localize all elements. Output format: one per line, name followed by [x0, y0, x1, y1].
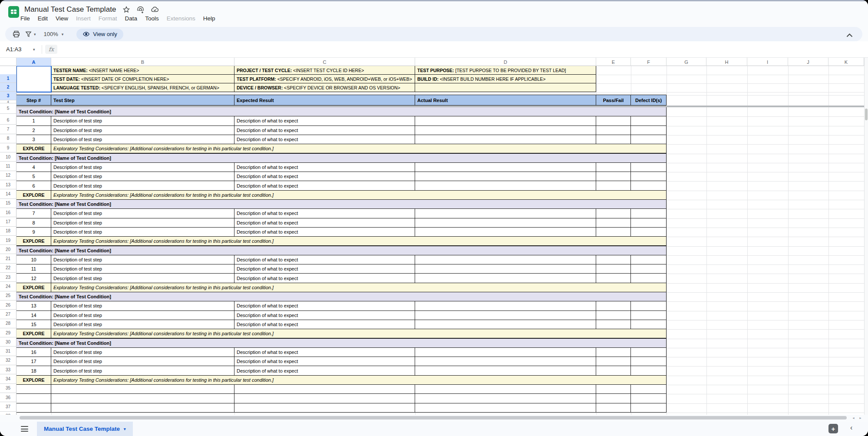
cell-E18[interactable]: [596, 218, 631, 228]
cell-C22[interactable]: Description of what to expect: [234, 255, 415, 264]
print-icon[interactable]: [12, 30, 20, 38]
row-header-8[interactable]: 8: [0, 134, 16, 143]
row-header-26[interactable]: 26: [0, 301, 16, 310]
column-header-F[interactable]: F: [631, 58, 667, 66]
cell-B17[interactable]: Description of test step: [51, 208, 234, 218]
row-header-21[interactable]: 21: [0, 254, 16, 264]
cell-F18[interactable]: [630, 218, 667, 228]
cell-D8[interactable]: [415, 126, 596, 135]
cell-A9[interactable]: 3: [16, 135, 51, 144]
row-header-24[interactable]: 24: [0, 282, 16, 291]
cell-A23[interactable]: 11: [16, 264, 51, 274]
cell-F22[interactable]: [630, 255, 667, 264]
cell-F33[interactable]: [630, 357, 667, 366]
cell-A13[interactable]: 5: [16, 172, 51, 181]
row-header-11[interactable]: 11: [0, 162, 16, 171]
cell-E9[interactable]: [596, 135, 631, 144]
cell-B18[interactable]: Description of test step: [51, 218, 234, 228]
zoom-dropdown-icon[interactable]: ▾: [62, 32, 64, 36]
cell-C23[interactable]: Description of what to expect: [234, 264, 415, 274]
condition-row-26[interactable]: Test Condition: [Name of Test Condition]: [16, 292, 667, 301]
cell-E28[interactable]: [596, 310, 631, 320]
column-header-cell-B5[interactable]: Test Step: [51, 95, 234, 106]
row-header-16[interactable]: 16: [0, 208, 16, 217]
cell-E32[interactable]: [596, 347, 631, 357]
row-header-32[interactable]: 32: [0, 356, 16, 365]
row-header-6[interactable]: 6: [0, 116, 16, 125]
cell-D36[interactable]: [415, 384, 596, 394]
cell-E17[interactable]: [596, 208, 631, 218]
cell-C19[interactable]: Description of what to expect: [234, 227, 415, 237]
explore-row-10[interactable]: Exploratory Testing Considerations: [Add…: [51, 144, 667, 153]
cell-E24[interactable]: [596, 273, 631, 283]
cell-B7[interactable]: Description of test step: [51, 116, 234, 126]
cell-A32[interactable]: 16: [16, 347, 51, 357]
cell-A22[interactable]: 10: [16, 255, 51, 264]
cell-C7[interactable]: Description of what to expect: [234, 116, 415, 126]
cell-C24[interactable]: Description of what to expect: [234, 273, 415, 283]
cell-D34[interactable]: [415, 366, 596, 375]
cell-D37[interactable]: [415, 393, 596, 403]
column-header-K[interactable]: K: [828, 58, 864, 66]
cell-D28[interactable]: [415, 310, 596, 320]
cell-C17[interactable]: Description of what to expect: [234, 208, 415, 218]
cell-E23[interactable]: [596, 264, 631, 274]
column-header-cell-E5[interactable]: Pass/Fail: [596, 95, 631, 106]
menu-item-help[interactable]: Help: [199, 14, 219, 23]
add-to-drive-icon[interactable]: [136, 6, 145, 14]
cell-B19[interactable]: Description of test step: [51, 227, 234, 237]
cell-D23[interactable]: [415, 264, 596, 274]
cell-D9[interactable]: [415, 135, 596, 144]
cell-B22[interactable]: Description of test step: [51, 255, 234, 264]
column-header-cell-C5[interactable]: Expected Result: [234, 95, 415, 106]
row-header-23[interactable]: 23: [0, 273, 16, 282]
menu-item-file[interactable]: File: [17, 14, 34, 23]
cell-A36[interactable]: [16, 384, 51, 394]
row-header-3[interactable]: 3: [0, 92, 16, 100]
cell-E29[interactable]: [596, 320, 631, 329]
frozen-rows-divider[interactable]: [0, 106, 864, 107]
row-header-13[interactable]: 13: [0, 180, 16, 189]
cell-A29[interactable]: 15: [16, 320, 51, 329]
cell-D24[interactable]: [415, 273, 596, 283]
cell-F24[interactable]: [630, 273, 667, 283]
cell-E19[interactable]: [596, 227, 631, 237]
cell-D7[interactable]: [415, 116, 596, 126]
cell-F9[interactable]: [630, 135, 667, 144]
cell-D2[interactable]: BUILD ID: <INSERT BUILD NUMBER HERE IF A…: [415, 74, 596, 83]
cell-B32[interactable]: Description of test step: [51, 347, 234, 357]
row-header-34[interactable]: 34: [0, 374, 16, 383]
cell-A33[interactable]: 17: [16, 357, 51, 366]
cell-E12[interactable]: [596, 162, 631, 172]
selected-range-A1-A3[interactable]: [16, 66, 52, 92]
condition-row-21[interactable]: Test Condition: [Name of Test Condition]: [16, 246, 667, 255]
cell-B27[interactable]: Description of test step: [51, 301, 234, 310]
cell-C14[interactable]: Description of what to expect: [234, 181, 415, 190]
cell-C8[interactable]: Description of what to expect: [234, 126, 415, 135]
cell-F17[interactable]: [630, 208, 667, 218]
cell-B28[interactable]: Description of test step: [51, 310, 234, 320]
cell-C37[interactable]: [234, 393, 415, 403]
row-header-31[interactable]: 31: [0, 347, 16, 356]
hide-menus-icon[interactable]: [846, 31, 853, 39]
condition-row-31[interactable]: Test Condition: [Name of Test Condition]: [16, 338, 667, 348]
spreadsheet-grid[interactable]: TESTER NAME: <INSERT NAME HERE>PROJECT /…: [0, 58, 868, 415]
cell-F34[interactable]: [630, 366, 667, 375]
cell-D3[interactable]: [415, 83, 596, 92]
cell-B1[interactable]: TESTER NAME: <INSERT NAME HERE>: [51, 66, 234, 75]
cell-A24[interactable]: 12: [16, 273, 51, 283]
cell-B37[interactable]: [51, 393, 234, 403]
explore-row-25[interactable]: Exploratory Testing Considerations: [Add…: [51, 283, 667, 292]
view-only-badge[interactable]: View only: [76, 29, 123, 40]
cell-D19[interactable]: [415, 227, 596, 237]
row-header-15[interactable]: 15: [0, 199, 16, 208]
cell-A38[interactable]: [16, 403, 51, 413]
sheet-tab-active[interactable]: Manual Test Case Template ▾: [37, 422, 133, 436]
row-header-36[interactable]: 36: [0, 393, 16, 402]
cell-B8[interactable]: Description of test step: [51, 126, 234, 135]
column-header-D[interactable]: D: [415, 58, 596, 66]
cell-A12[interactable]: 4: [16, 162, 51, 172]
cell-F23[interactable]: [630, 264, 667, 274]
column-header-A[interactable]: A: [17, 58, 51, 66]
cell-D12[interactable]: [415, 162, 596, 172]
